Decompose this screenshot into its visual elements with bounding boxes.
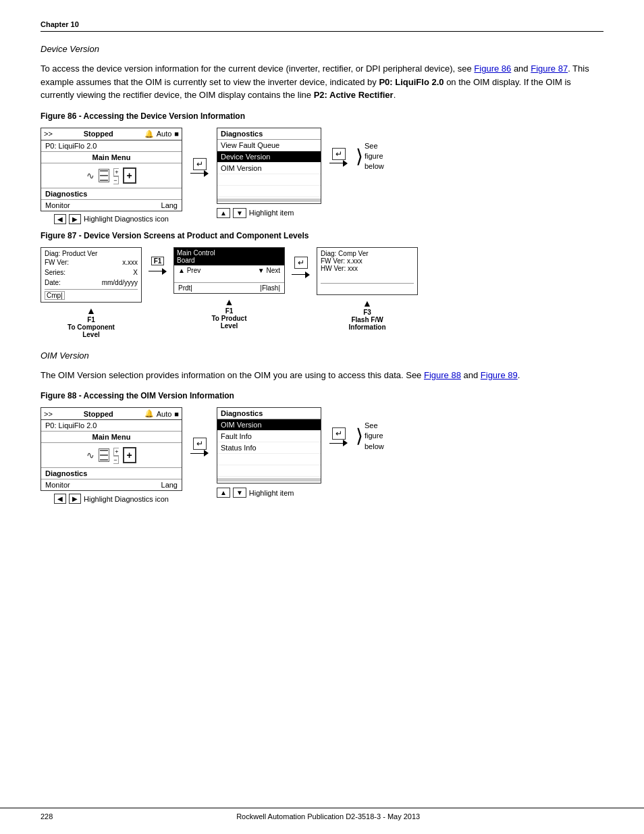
- label-component-level: ▲ F1 To Component Level: [68, 305, 115, 338]
- diagnostics-menu: Diagnostics View Fault Queue Device Vers…: [217, 128, 321, 204]
- fig87-screen-right: Diag: Comp Ver FW Ver: x.xxx HW Ver: xxx: [317, 247, 418, 295]
- fig88-enter-connector-2: ↵: [329, 407, 348, 446]
- screen-left-line1: Diag: Product Ver: [45, 250, 138, 257]
- fig88-nav: ◀ ▶ Highlight Diagnostics icon: [54, 494, 169, 504]
- figure87-link[interactable]: Figure 87: [531, 63, 568, 74]
- enter-connector-2: ↵: [329, 128, 348, 167]
- bracket-2: ⟩: [356, 427, 363, 446]
- fig86-nav: ◀ ▶ Highlight Diagnostics icon: [54, 214, 169, 224]
- fig86-diagram: >> Stopped 🔔 Auto ■ P0: LiquiFlo 2.0 Mai…: [41, 128, 603, 224]
- fig88-menu-item-blank1: [217, 454, 321, 465]
- wave-icon: ∿: [86, 170, 95, 181]
- fig88-menu-item-fault-info: Fault Info: [217, 431, 321, 442]
- fig87-enter-connector: ↵: [292, 247, 310, 278]
- figure86-link[interactable]: Figure 86: [474, 63, 511, 74]
- screen-left-btn-row: Cmp|: [45, 289, 138, 300]
- fig88-oim-bottom-row: Monitor Lang: [41, 479, 182, 490]
- fig87-caption: Figure 87 - Device Version Screens at Pr…: [41, 231, 603, 240]
- menu-item-fault-queue: View Fault Queue: [217, 140, 321, 151]
- fig88-menu-item-status-info: Status Info: [217, 442, 321, 454]
- down-nav-btn[interactable]: ▼: [233, 208, 246, 218]
- oim-diagnostics: Diagnostics: [41, 188, 182, 200]
- fig88-up-nav-btn[interactable]: ▲: [217, 488, 230, 498]
- right-nav-btn[interactable]: ▶: [69, 214, 81, 224]
- fig88-oim-screen: >> Stopped 🔔 Auto ■ P0: LiquiFlo 2.0 Mai…: [41, 407, 182, 491]
- fig87-screen-left: Diag: Product Ver FW Ver: x.xxx Series: …: [41, 247, 142, 303]
- fig88-caption: Figure 88 - Accessing the OIM Version In…: [41, 391, 603, 400]
- fig88-connector-2: [329, 440, 348, 446]
- menu-title: Diagnostics: [217, 128, 321, 140]
- fig88-scrollbar-icon: [99, 448, 109, 462]
- fig86-highlight-row: ▲ ▼ Highlight item: [217, 208, 321, 218]
- oim-bottom-row: Monitor Lang: [41, 200, 182, 211]
- fig88-plus-button: +: [123, 447, 136, 463]
- figure88-link[interactable]: Figure 88: [424, 370, 461, 380]
- fig88-enter-connector-1: ↵: [190, 407, 209, 457]
- scrollbar: [217, 199, 321, 202]
- fig88-menu-panel: Diagnostics OIM Version Fault Info Statu…: [217, 407, 321, 498]
- screen-left-date: Date: mm/dd/yyyy: [45, 278, 138, 288]
- left-nav-btn[interactable]: ◀: [54, 214, 66, 224]
- fig88-oim-diagnostics: Diagnostics: [41, 468, 182, 479]
- fig88-diagnostics-menu: Diagnostics OIM Version Fault Info Statu…: [217, 407, 321, 484]
- oim-icons-row: ∿ +− +: [41, 163, 182, 188]
- screen-mid-btns: Prdt| |Flash|: [174, 282, 284, 293]
- enter-connector-1: ↵: [190, 128, 209, 177]
- see-figure-text-1: Seefigurebelow: [365, 141, 384, 172]
- oim-top-bar: >> Stopped 🔔 Auto ■: [41, 128, 182, 140]
- fig86-oim-screen: >> Stopped 🔔 Auto ■ P0: LiquiFlo 2.0 Mai…: [41, 128, 182, 211]
- fig88-left-nav-btn[interactable]: ◀: [54, 494, 66, 504]
- fig88-right-nav-btn[interactable]: ▶: [69, 494, 81, 504]
- page-number: 228: [41, 812, 53, 820]
- fig87-screen-mid: Main Control Board ▲ Prev ▼ Next Prdt| |…: [173, 247, 285, 294]
- publication-info: Rockwell Automation Publication D2-3518-…: [236, 812, 420, 820]
- fig88-diagram: >> Stopped 🔔 Auto ■ P0: LiquiFlo 2.0 Mai…: [41, 407, 603, 504]
- see-figure-below-1: ⟩ Seefigurebelow: [356, 128, 384, 172]
- fig86-menu-panel: Diagnostics View Fault Queue Device Vers…: [217, 128, 321, 218]
- fig88-oim-icons-row: ∿ +− +: [41, 443, 182, 468]
- menu-item-blank1: [217, 174, 321, 186]
- label-flash-fw: ▲ F3 Flash F/W Information: [349, 298, 386, 331]
- cmp-btn: Cmp|: [45, 291, 65, 300]
- fig88-menu-title: Diagnostics: [217, 408, 321, 419]
- oim-main-menu: Main Menu: [41, 152, 182, 163]
- fig87-f1-connector: F1: [149, 247, 167, 275]
- section-device-version-title: Device Version: [41, 44, 603, 54]
- fig88-enter-key-2: ↵: [332, 427, 346, 440]
- enter-key-87: ↵: [294, 257, 308, 269]
- fig86-caption: Figure 86 - Accessing the Device Version…: [41, 111, 603, 121]
- fig88-plus-minus-icon: +−: [113, 447, 118, 463]
- screen-right-fw: FW Ver: x.xxx: [321, 257, 414, 265]
- fig87-diagram: Diag: Product Ver FW Ver: x.xxx Series: …: [41, 247, 603, 338]
- fig88-oim-top-bar: >> Stopped 🔔 Auto ■: [41, 408, 182, 420]
- chapter-header: Chapter 10: [41, 20, 603, 32]
- fig88-enter-key-1: ↵: [193, 438, 207, 450]
- f1-key: F1: [151, 257, 165, 265]
- label-product-level: ▲ F1 To Product Level: [211, 296, 246, 330]
- scrollbar-icon: [99, 169, 109, 182]
- screen-right-spacer: [321, 272, 414, 283]
- fig88-oim-liquiflo: P0: LiquiFlo 2.0: [41, 420, 182, 432]
- screen-right-hw: HW Ver: xxx: [321, 265, 414, 272]
- body-text-oim-version: The OIM Version selection provides infor…: [41, 369, 603, 382]
- connector-87: [292, 271, 310, 278]
- plus-minus-icon: +−: [113, 167, 118, 184]
- fig88-menu-item-blank2: [217, 465, 321, 477]
- body-text-device-version: To access the device version information…: [41, 62, 603, 102]
- up-nav-btn[interactable]: ▲: [217, 208, 230, 218]
- see-figure-text-2: Seefigurebelow: [365, 421, 384, 452]
- page-footer: 228 Rockwell Automation Publication D2-3…: [0, 808, 644, 820]
- chapter-label: Chapter 10: [41, 20, 79, 28]
- connector-2: [329, 160, 348, 167]
- plus-button: +: [123, 167, 136, 184]
- figure89-link[interactable]: Figure 89: [481, 370, 518, 380]
- enter-key-1: ↵: [193, 158, 207, 170]
- fig88-wave-icon: ∿: [86, 450, 95, 461]
- fig88-menu-item-oim-version: OIM Version: [217, 419, 321, 431]
- oim-liquiflo: P0: LiquiFlo 2.0: [41, 140, 182, 152]
- screen-mid-nav: ▲ Prev ▼ Next: [174, 265, 284, 276]
- see-figure-below-2: ⟩ Seefigurebelow: [356, 407, 384, 452]
- fig88-connector-1: [190, 450, 209, 457]
- fig88-down-nav-btn[interactable]: ▼: [233, 488, 246, 498]
- fig88-highlight-row: ▲ ▼ Highlight item: [217, 488, 321, 498]
